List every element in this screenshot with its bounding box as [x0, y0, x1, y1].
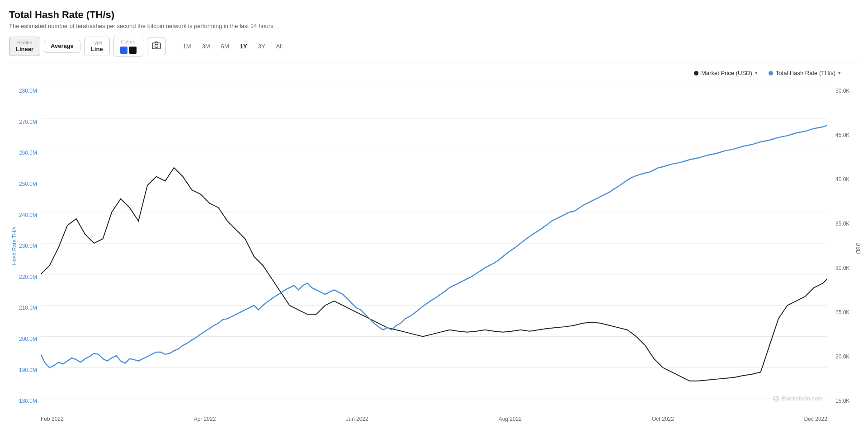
y-tick-270: 270.0M: [19, 119, 37, 125]
y-right-tick-25k: 25.0K: [835, 309, 849, 316]
legend-dropdown-hash[interactable]: ▾: [838, 70, 841, 76]
chart-title: Total Hash Rate (TH/s): [9, 9, 859, 21]
y-right-tick-40k: 40.0K: [835, 176, 849, 183]
legend-market-price: Market Price (USD) ▾: [694, 70, 758, 76]
svg-point-15: [774, 399, 775, 400]
legend-hash-rate: Total Hash Rate (TH/s) ▾: [769, 70, 841, 76]
chart-container: Total Hash Rate (TH/s) The estimated num…: [0, 0, 868, 438]
x-tick-oct: Oct 2022: [652, 416, 674, 422]
legend: Market Price (USD) ▾ Total Hash Rate (TH…: [694, 70, 841, 76]
type-label: Type: [91, 39, 102, 46]
y-axis-right-label: USD: [854, 243, 861, 254]
y-tick-210: 210.0M: [19, 305, 37, 311]
legend-label-market-price: Market Price (USD): [701, 70, 752, 76]
x-tick-feb: Feb 2022: [41, 416, 64, 422]
y-axis-left: Hash Rate TH/s 280.0M 270.0M 260.0M 250.…: [9, 88, 41, 404]
y-right-tick-35k: 35.0K: [835, 221, 849, 227]
type-value: Line: [91, 46, 103, 53]
time-btn-3m[interactable]: 3M: [198, 41, 215, 52]
x-tick-apr: Apr 2022: [194, 416, 216, 422]
legend-label-hash-rate: Total Hash Rate (TH/s): [776, 70, 835, 76]
main-chart-svg: [41, 88, 827, 399]
svg-point-1: [155, 44, 158, 47]
average-button[interactable]: Average: [44, 40, 80, 53]
y-tick-260: 260.0M: [19, 150, 37, 156]
type-button[interactable]: Type Line: [84, 37, 110, 56]
time-btn-1y[interactable]: 1Y: [236, 41, 252, 52]
time-btn-3y[interactable]: 3Y: [254, 41, 270, 52]
y-right-tick-50k: 50.0K: [835, 88, 849, 94]
scales-button[interactable]: Scales Linear: [9, 37, 40, 56]
time-btn-6m[interactable]: 6M: [217, 41, 234, 52]
y-tick-190: 190.0M: [19, 367, 37, 373]
y-tick-240: 240.0M: [19, 212, 37, 218]
watermark-text: Blockchain.com: [782, 395, 823, 402]
average-label: Average: [51, 42, 74, 50]
x-axis: Feb 2022 Apr 2022 Jun 2022 Aug 2022 Oct …: [41, 416, 827, 422]
scales-label: Scales: [17, 39, 32, 46]
svg-point-14: [775, 396, 777, 398]
y-tick-280: 280.0M: [19, 88, 37, 94]
legend-dot-blue: [769, 71, 773, 75]
y-right-tick-15k: 15.0K: [835, 398, 849, 404]
svg-rect-0: [152, 43, 160, 49]
camera-button[interactable]: [147, 38, 166, 55]
y-tick-230: 230.0M: [19, 243, 37, 249]
time-buttons: 1M 3M 6M 1Y 3Y All: [179, 41, 287, 52]
legend-dropdown-market[interactable]: ▾: [755, 70, 758, 76]
time-btn-1m[interactable]: 1M: [179, 41, 196, 52]
svg-point-16: [777, 399, 778, 400]
camera-icon: [152, 41, 161, 49]
y-tick-220: 220.0M: [19, 274, 37, 280]
x-tick-jun: Jun 2022: [346, 416, 368, 422]
y-tick-200: 200.0M: [19, 336, 37, 342]
time-btn-all[interactable]: All: [272, 41, 287, 52]
color-swatches: [120, 47, 137, 54]
x-tick-dec: Dec 2022: [804, 416, 827, 422]
y-tick-180: 180.0M: [19, 398, 37, 404]
color-swatch-blue: [120, 47, 127, 54]
color-swatch-black: [129, 47, 137, 54]
colors-label: Colors: [121, 38, 136, 45]
x-tick-aug: Aug 2022: [499, 416, 522, 422]
chart-area: Market Price (USD) ▾ Total Hash Rate (TH…: [9, 70, 859, 427]
y-right-tick-45k: 45.0K: [835, 132, 849, 138]
y-axis-left-label: Hash Rate TH/s: [11, 227, 18, 265]
chart-subtitle: The estimated number of terahashes per s…: [9, 23, 859, 29]
y-tick-250: 250.0M: [19, 181, 37, 187]
hash-rate-line: [41, 126, 827, 368]
scales-value: Linear: [16, 46, 33, 53]
watermark: Blockchain.com: [773, 395, 823, 402]
toolbar: Scales Linear Average Type Line Colors 1…: [9, 36, 859, 62]
legend-dot-black: [694, 71, 698, 75]
blockchain-logo-icon: [773, 396, 779, 402]
y-right-tick-30k: 30.0K: [835, 265, 849, 271]
y-right-tick-20k: 20.0K: [835, 353, 849, 360]
colors-button[interactable]: Colors: [113, 36, 143, 57]
